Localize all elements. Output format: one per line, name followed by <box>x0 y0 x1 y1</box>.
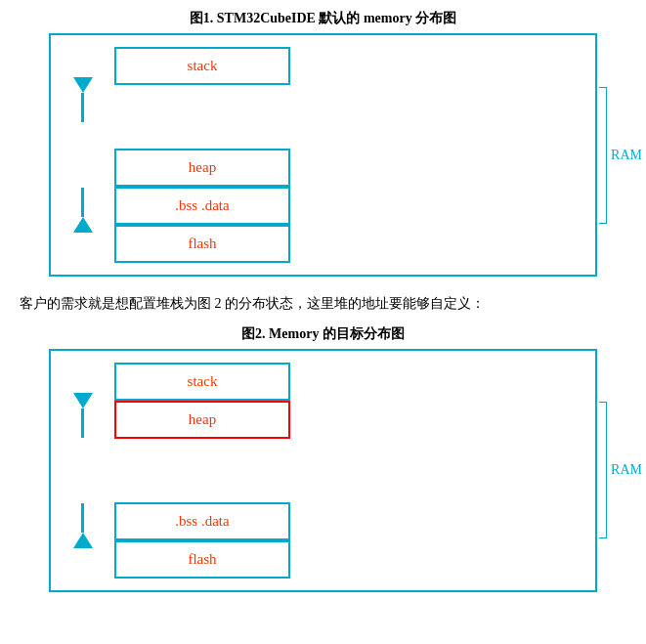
stack-block-fig2: stack <box>114 363 290 401</box>
stack-block: stack <box>114 47 290 85</box>
ram-text-fig2: RAM <box>611 462 642 478</box>
figure2-diagram: stack heap .bss .data flash RAM <box>49 349 597 592</box>
figure2-title: 图2. Memory 的目标分布图 <box>20 325 626 343</box>
heap-block-fig2: heap <box>114 401 290 439</box>
arrow-down-icon-fig2 <box>73 393 93 438</box>
bss-data-block: .bss .data <box>114 187 290 225</box>
flash-block: flash <box>114 225 290 263</box>
bss-data-block-fig2: .bss .data <box>114 502 290 540</box>
ram-label-fig2: RAM <box>599 402 642 538</box>
empty-space <box>114 85 290 149</box>
flash-block-fig2: flash <box>114 540 290 579</box>
fig2-blocks: stack heap .bss .data flash <box>114 363 290 579</box>
arrow-down-icon <box>73 77 93 122</box>
figure1-diagram: stack heap .bss .data flash RAM <box>49 33 597 277</box>
fig1-blocks: stack heap .bss .data flash <box>114 47 290 263</box>
ram-text-fig1: RAM <box>611 148 642 163</box>
ram-label-fig1: RAM <box>599 87 642 224</box>
empty-space-fig2 <box>114 439 290 502</box>
heap-block: heap <box>114 149 290 187</box>
description-text: 客户的需求就是想配置堆栈为图 2 的分布状态，这里堆的地址要能够自定义： <box>20 292 626 316</box>
figure1-title: 图1. STM32CubeIDE 默认的 memory 分布图 <box>20 10 626 27</box>
arrow-up-icon <box>73 188 93 233</box>
arrow-up-icon-fig2 <box>73 503 93 548</box>
